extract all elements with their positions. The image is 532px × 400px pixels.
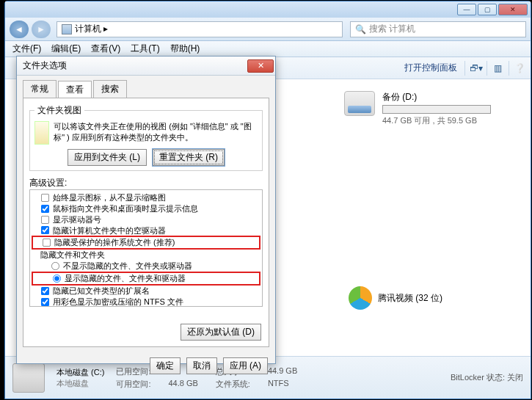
breadcrumb[interactable]: 计算机 ▸ <box>57 21 343 37</box>
setting-row[interactable]: 显示隐藏的文件、文件夹和驱动器 <box>32 272 260 286</box>
tencent-logo-icon <box>349 286 372 310</box>
ok-button[interactable]: 确定 <box>150 357 181 374</box>
setting-label: 隐藏计算机文件夹中的空驱动器 <box>53 225 166 236</box>
tencent-label: 腾讯视频 (32 位) <box>378 292 442 305</box>
checkbox[interactable] <box>41 216 49 224</box>
setting-row[interactable]: 隐藏已知文件类型的扩展名 <box>32 286 260 297</box>
setting-label: 隐藏文件和文件夹 <box>40 250 105 261</box>
computer-icon <box>62 24 72 34</box>
checkbox[interactable] <box>41 226 49 234</box>
checkbox[interactable] <box>43 239 51 247</box>
tab-view[interactable]: 查看 <box>58 81 92 98</box>
drive-usage-bar <box>382 105 491 114</box>
setting-row[interactable]: 始终显示图标，从不显示缩略图 <box>32 192 260 203</box>
tencent-item[interactable]: 腾讯视频 (32 位) <box>349 286 442 310</box>
setting-label: 隐藏受保护的操作系统文件 (推荐) <box>54 237 175 248</box>
radio[interactable] <box>53 274 61 283</box>
open-control-panel-link[interactable]: 打开控制面板 <box>404 62 457 74</box>
bitlocker-label: BitLocker 状态: <box>451 373 505 382</box>
setting-row[interactable]: 不显示隐藏的文件、文件夹或驱动器 <box>32 261 260 272</box>
breadcrumb-text: 计算机 ▸ <box>75 23 108 35</box>
maximize-button[interactable]: ▢ <box>478 4 497 15</box>
advanced-settings-tree[interactable]: 始终显示图标，从不显示缩略图鼠标指向文件夹和桌面项时显示提示信息显示驱动器号隐藏… <box>29 189 263 307</box>
tab-view-pane: 文件夹视图 可以将该文件夹正在使用的视图 (例如 "详细信息" 或 "图标" )… <box>23 98 269 347</box>
dialog-tabs: 常规 查看 搜索 <box>17 76 275 98</box>
setting-label: 显示驱动器号 <box>53 214 101 225</box>
folder-view-icon <box>34 121 49 145</box>
tab-general[interactable]: 常规 <box>23 80 57 98</box>
dialog-title: 文件夹选项 <box>23 59 67 72</box>
forward-button[interactable]: ► <box>32 21 51 38</box>
drive-name: 备份 (D:) <box>382 91 491 103</box>
setting-row[interactable]: 隐藏计算机文件夹中的空驱动器 <box>32 225 260 236</box>
restore-defaults-button[interactable]: 还原为默认值 (D) <box>181 324 261 341</box>
drive-item[interactable]: 备份 (D:) 44.7 GB 可用 , 共 59.5 GB <box>344 91 513 126</box>
window-titlebar: — ▢ ✕ <box>5 1 531 18</box>
setting-row[interactable]: 用彩色显示加密或压缩的 NTFS 文件 <box>32 297 260 307</box>
menu-bar: 文件(F) 编辑(E) 查看(V) 工具(T) 帮助(H) <box>5 41 531 57</box>
setting-label: 隐藏已知文件类型的扩展名 <box>53 286 150 297</box>
checkbox[interactable] <box>41 287 49 295</box>
folder-options-dialog: 文件夹选项 ✕ 常规 查看 搜索 文件夹视图 可以将该文件夹正在使用的视图 (例… <box>16 56 276 364</box>
folder-view-legend: 文件夹视图 <box>34 104 84 117</box>
search-placeholder: 搜索 计算机 <box>369 23 415 35</box>
preview-pane-icon[interactable]: ▥ <box>487 61 501 76</box>
setting-row[interactable]: 隐藏受保护的操作系统文件 (推荐) <box>32 236 260 250</box>
dialog-close-button[interactable]: ✕ <box>247 59 274 73</box>
advanced-label: 高级设置: <box>29 177 263 189</box>
setting-row[interactable]: 鼠标指向文件夹和桌面项时显示提示信息 <box>32 203 260 214</box>
apply-to-folders-button[interactable]: 应用到文件夹 (L) <box>68 149 147 166</box>
menu-view[interactable]: 查看(V) <box>87 41 125 57</box>
tab-search[interactable]: 搜索 <box>93 80 127 98</box>
hdd-icon <box>344 91 375 116</box>
minimize-button[interactable]: — <box>457 4 476 15</box>
checkbox[interactable] <box>41 205 49 213</box>
setting-row[interactable]: 显示驱动器号 <box>32 214 260 225</box>
checkbox[interactable] <box>41 297 49 305</box>
cancel-button[interactable]: 取消 <box>186 357 217 374</box>
setting-label: 始终显示图标，从不显示缩略图 <box>53 192 166 203</box>
setting-row[interactable]: 隐藏文件和文件夹 <box>32 250 260 261</box>
apply-button[interactable]: 应用 (A) <box>223 357 268 374</box>
drive-stat: 44.7 GB 可用 , 共 59.5 GB <box>382 115 491 126</box>
folder-view-group: 文件夹视图 可以将该文件夹正在使用的视图 (例如 "详细信息" 或 "图标" )… <box>29 104 263 171</box>
radio[interactable] <box>51 262 59 270</box>
close-button[interactable]: ✕ <box>498 4 528 15</box>
menu-tools[interactable]: 工具(T) <box>126 41 164 57</box>
checkbox[interactable] <box>41 194 49 202</box>
back-button[interactable]: ◄ <box>10 21 29 38</box>
view-mode-icon[interactable]: 🗗▾ <box>464 61 479 76</box>
nav-bar: ◄ ► 计算机 ▸ 🔍 搜索 计算机 <box>5 18 531 41</box>
menu-help[interactable]: 帮助(H) <box>166 41 205 57</box>
search-input[interactable]: 🔍 搜索 计算机 <box>350 21 526 37</box>
help-icon[interactable]: ❔ <box>509 61 523 76</box>
menu-file[interactable]: 文件(F) <box>8 41 45 57</box>
menu-edit[interactable]: 编辑(E) <box>47 41 85 57</box>
setting-label: 显示隐藏的文件、文件夹和驱动器 <box>65 273 186 284</box>
folder-view-text: 可以将该文件夹正在使用的视图 (例如 "详细信息" 或 "图标" ) 应用到所有… <box>54 121 258 143</box>
search-icon: 🔍 <box>355 24 366 34</box>
setting-label: 用彩色显示加密或压缩的 NTFS 文件 <box>53 297 183 307</box>
bitlocker-value: 关闭 <box>507 373 523 382</box>
setting-label: 鼠标指向文件夹和桌面项时显示提示信息 <box>53 203 198 214</box>
setting-label: 不显示隐藏的文件、文件夹或驱动器 <box>63 261 192 272</box>
reset-folders-button[interactable]: 重置文件夹 (R) <box>153 149 225 166</box>
